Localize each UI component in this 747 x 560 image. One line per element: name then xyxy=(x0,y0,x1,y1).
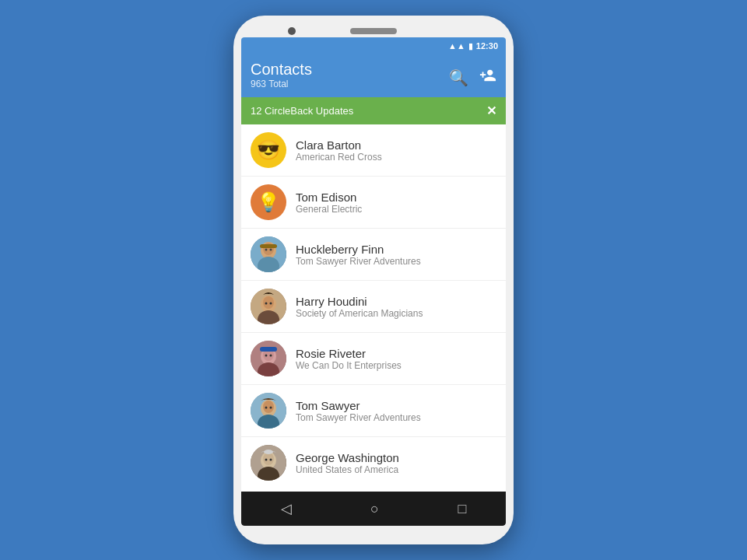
contact-list: 😎 Clara Barton American Red Cross 💡 Tom … xyxy=(241,124,506,492)
contact-name: Clara Barton xyxy=(296,138,382,152)
svg-point-17 xyxy=(265,355,268,357)
svg-point-10 xyxy=(263,296,274,309)
notification-close-button[interactable]: ✕ xyxy=(486,103,496,118)
contact-company: Tom Sawyer River Adventures xyxy=(296,256,421,267)
search-icon[interactable]: 🔍 xyxy=(449,68,468,87)
battery-icon: ▮ xyxy=(468,41,473,51)
svg-point-5 xyxy=(270,249,272,251)
contact-name: George Washington xyxy=(296,451,399,464)
contact-info: George Washington United States of Ameri… xyxy=(296,451,399,475)
notification-text: 12 CircleBack Updates xyxy=(251,105,353,117)
contact-name: Harry Houdini xyxy=(296,295,423,308)
avatar xyxy=(251,393,286,429)
contact-info: Clara Barton American Red Cross xyxy=(296,138,382,163)
contact-company: Society of American Magicians xyxy=(296,308,423,319)
avatar xyxy=(251,445,286,481)
back-button[interactable]: ◁ xyxy=(281,500,292,517)
svg-point-32 xyxy=(270,459,272,461)
svg-point-31 xyxy=(265,459,268,461)
contact-info: Tom Edison General Electric xyxy=(296,191,362,215)
svg-point-4 xyxy=(265,249,268,251)
phone-screen: ▲▲ ▮ 12:30 Contacts 963 Total 🔍 1 xyxy=(241,37,506,526)
svg-point-30 xyxy=(263,453,274,465)
phone-device: ▲▲ ▮ 12:30 Contacts 963 Total 🔍 1 xyxy=(233,16,514,544)
notification-bar: 12 CircleBack Updates ✕ xyxy=(241,97,506,124)
avatar: 😎 xyxy=(251,132,286,168)
contact-name: Rosie Riveter xyxy=(296,347,402,360)
svg-rect-19 xyxy=(260,347,277,352)
contact-company: United States of America xyxy=(296,464,399,475)
svg-point-26 xyxy=(270,407,272,409)
status-time: 12:30 xyxy=(476,41,498,51)
app-title: Contacts xyxy=(251,61,312,79)
contact-company: General Electric xyxy=(296,204,362,215)
contact-name: Tom Sawyer xyxy=(296,399,421,412)
app-title-section: Contacts 963 Total xyxy=(251,61,312,89)
speaker xyxy=(350,28,397,34)
contact-item[interactable]: Harry Houdini Society of American Magici… xyxy=(241,281,506,333)
contact-company: American Red Cross xyxy=(296,152,382,163)
contact-item[interactable]: 😎 Clara Barton American Red Cross xyxy=(241,124,506,177)
svg-point-33 xyxy=(264,450,273,454)
contact-item[interactable]: 💡 Tom Edison General Electric xyxy=(241,177,506,229)
recent-apps-button[interactable]: □ xyxy=(458,501,466,517)
svg-point-25 xyxy=(265,407,268,409)
status-icons: ▲▲ ▮ 12:30 xyxy=(448,41,498,51)
svg-point-24 xyxy=(263,401,274,413)
wifi-icon: ▲▲ xyxy=(448,41,465,51)
app-header: Contacts 963 Total 🔍 xyxy=(241,54,506,97)
add-contact-icon[interactable] xyxy=(479,67,496,88)
phone-bottom-bar xyxy=(241,526,506,537)
avatar xyxy=(251,236,286,272)
phone-top-bar xyxy=(241,23,506,37)
home-button[interactable]: ○ xyxy=(370,501,379,517)
contact-info: Rosie Riveter We Can Do It Enterprises xyxy=(296,347,402,371)
svg-point-12 xyxy=(270,303,272,305)
contact-info: Huckleberry Finn Tom Sawyer River Advent… xyxy=(296,243,421,267)
svg-rect-6 xyxy=(260,244,277,248)
camera xyxy=(288,27,296,35)
header-icons: 🔍 xyxy=(449,67,496,89)
contact-name: Tom Edison xyxy=(296,191,362,204)
contact-company: We Can Do It Enterprises xyxy=(296,360,402,371)
contact-name: Huckleberry Finn xyxy=(296,243,421,256)
avatar xyxy=(251,289,286,324)
contact-item[interactable]: Rosie Riveter We Can Do It Enterprises xyxy=(241,333,506,385)
contact-item[interactable]: Huckleberry Finn Tom Sawyer River Advent… xyxy=(241,229,506,281)
status-bar: ▲▲ ▮ 12:30 xyxy=(241,37,506,54)
contact-info: Tom Sawyer Tom Sawyer River Adventures xyxy=(296,399,421,423)
contact-item[interactable]: Tom Sawyer Tom Sawyer River Adventures xyxy=(241,385,506,437)
contact-item[interactable]: George Washington United States of Ameri… xyxy=(241,437,506,488)
svg-point-11 xyxy=(265,303,268,305)
svg-point-18 xyxy=(270,355,272,357)
contact-company: Tom Sawyer River Adventures xyxy=(296,412,421,423)
avatar xyxy=(251,341,286,376)
bottom-nav: ◁ ○ □ xyxy=(241,492,506,526)
contact-info: Harry Houdini Society of American Magici… xyxy=(296,295,423,319)
app-subtitle: 963 Total xyxy=(251,79,312,89)
avatar: 💡 xyxy=(251,184,286,220)
